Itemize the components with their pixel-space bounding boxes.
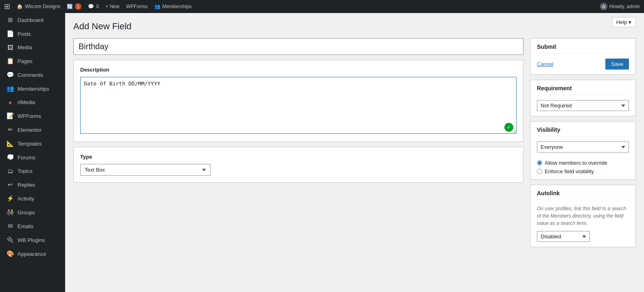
- memberships-admin-bar[interactable]: 👥 Memberships: [154, 4, 192, 9]
- posts-icon: 📄: [6, 30, 14, 37]
- description-box: Description Date Of Birth DD/MM/YYYY ✓: [73, 60, 524, 142]
- comments-icon: 💬: [88, 4, 94, 9]
- allow-override-radio[interactable]: Allow members to override: [537, 160, 629, 166]
- sidebar-label-memberships: Memberships: [18, 86, 49, 92]
- admin-avatar: A: [600, 3, 607, 10]
- autolink-box: Autolink On user profiles, link this fie…: [530, 185, 636, 247]
- sidebar-label-posts: Posts: [18, 31, 31, 37]
- memberships-nav-icon: 👥: [6, 85, 14, 92]
- sidebar-item-wpforms[interactable]: 📝 WPForms: [0, 109, 65, 123]
- description-textarea[interactable]: Date Of Birth DD/MM/YYYY: [80, 77, 517, 134]
- requirement-select[interactable]: Not Required Required: [537, 100, 629, 111]
- cancel-button[interactable]: Cancel: [537, 61, 553, 67]
- pages-icon: 📋: [6, 57, 14, 65]
- sidebar-label-pages: Pages: [18, 58, 33, 64]
- sidebar-item-replies[interactable]: ↩ Replies: [0, 178, 65, 192]
- admin-bar: ⊞ 🏠 Wbcom Designs 🔄 1 💬 0 + New WPForms …: [0, 0, 644, 13]
- sidebar-label-appearance: Appearance: [18, 251, 46, 257]
- type-box: Type Text Box Checkbox Radio Button Sele…: [73, 147, 524, 183]
- rtmedia-icon: ●: [6, 99, 14, 106]
- sidebar-label-comments: Comments: [18, 72, 43, 78]
- home-icon: 🏠: [17, 4, 23, 9]
- sidebar-item-comments[interactable]: 💬 Comments: [0, 68, 65, 82]
- autolink-description: On user profiles, link this field to a s…: [537, 205, 629, 227]
- main-column: Description Date Of Birth DD/MM/YYYY ✓ T…: [73, 38, 524, 183]
- comments-nav-icon: 💬: [6, 71, 14, 78]
- templates-icon: 📐: [6, 140, 14, 147]
- admin-bar-right: A Howdy, admin: [600, 3, 640, 10]
- allow-override-label: Allow members to override: [545, 160, 607, 166]
- save-button[interactable]: Save: [605, 59, 629, 70]
- content-area: Description Date Of Birth DD/MM/YYYY ✓ T…: [73, 38, 636, 247]
- sidebar-label-topics: Topics: [18, 168, 33, 174]
- dashboard-icon: ⊞: [6, 16, 14, 24]
- requirement-box: Requirement Not Required Required: [530, 80, 636, 116]
- sidebar-label-media: Media: [18, 44, 32, 50]
- requirement-title: Requirement: [537, 85, 629, 95]
- appearance-icon: 🎨: [6, 250, 14, 257]
- sidebar-item-templates[interactable]: 📐 Templates: [0, 137, 65, 150]
- sidebar-item-dashboard[interactable]: ⊞ Dashboard: [0, 13, 65, 27]
- sidebar-item-posts[interactable]: 📄 Posts: [0, 27, 65, 41]
- memberships-icon: 👥: [154, 4, 160, 9]
- sidebar-label-emails: Emails: [18, 223, 33, 229]
- topics-icon: 🗂: [6, 168, 14, 174]
- type-select[interactable]: Text Box Checkbox Radio Button Select Bo…: [80, 164, 210, 176]
- media-icon: 🖼: [6, 44, 14, 51]
- replies-icon: ↩: [6, 181, 14, 188]
- sidebar-item-groups[interactable]: 👫 Groups: [0, 205, 65, 219]
- updates-item[interactable]: 🔄 1: [67, 3, 81, 10]
- enforce-visibility-radio[interactable]: Enforce field visibility: [537, 168, 629, 174]
- sidebar-label-forums: Forums: [18, 155, 35, 161]
- enforce-visibility-label: Enforce field visibility: [545, 168, 594, 174]
- visibility-title: Visibility: [537, 126, 629, 137]
- submit-title: Submit: [537, 44, 629, 54]
- sidebar-label-elementor: Elementor: [18, 127, 42, 133]
- sidebar-item-emails[interactable]: ✉ Emails: [0, 219, 65, 233]
- sidebar-item-media[interactable]: 🖼 Media: [0, 41, 65, 54]
- allow-override-input[interactable]: [537, 160, 542, 166]
- site-name[interactable]: 🏠 Wbcom Designs: [17, 4, 60, 9]
- sidebar-label-activity: Activity: [18, 196, 34, 202]
- groups-icon: 👫: [6, 209, 14, 216]
- sidebar-item-memberships[interactable]: 👥 Memberships: [0, 82, 65, 96]
- wp-logo-icon[interactable]: ⊞: [4, 2, 10, 11]
- submit-box: Submit Cancel Save: [530, 38, 636, 75]
- sidebar-label-groups: Groups: [18, 209, 35, 216]
- sidebar-item-appearance[interactable]: 🎨 Appearance: [0, 247, 65, 261]
- wb-plugins-icon: 🔌: [6, 236, 14, 244]
- sidebar-item-activity[interactable]: ⚡ Activity: [0, 192, 65, 205]
- updates-icon: 🔄: [67, 4, 73, 9]
- sidebar-item-rtmedia[interactable]: ● rtMedia: [0, 96, 65, 109]
- autolink-select[interactable]: Disabled Enabled: [537, 231, 590, 242]
- sidebar: ⊞ Dashboard 📄 Posts 🖼 Media 📋 Pages 💬 Co…: [0, 13, 65, 292]
- sidebar-label-replies: Replies: [18, 182, 35, 188]
- sidebar-label-templates: Templates: [18, 141, 42, 147]
- wpforms-nav-icon: 📝: [6, 112, 14, 120]
- sidebar-label-rtmedia: rtMedia: [18, 99, 35, 105]
- wpforms-admin-bar[interactable]: WPForms: [126, 4, 147, 9]
- enforce-visibility-input[interactable]: [537, 169, 542, 174]
- admin-user[interactable]: A Howdy, admin: [600, 3, 640, 10]
- sidebar-label-dashboard: Dashboard: [18, 17, 44, 23]
- sidebar-item-forums[interactable]: 💭 Forums: [0, 150, 65, 164]
- sidebar-item-wb-plugins[interactable]: 🔌 WB Plugins: [0, 233, 65, 247]
- textarea-wrap: Date Of Birth DD/MM/YYYY ✓: [80, 77, 517, 135]
- sidebar-label-wb-plugins: WB Plugins: [18, 237, 45, 243]
- sidebar-item-pages[interactable]: 📋 Pages: [0, 54, 65, 68]
- sidebar-item-topics[interactable]: 🗂 Topics: [0, 164, 65, 178]
- main-content: Add New Field Description Date Of Birth …: [65, 13, 644, 292]
- field-name-input[interactable]: [73, 38, 524, 55]
- help-button[interactable]: Help ▾: [612, 17, 636, 27]
- visibility-radio-group: Allow members to override Enforce field …: [537, 160, 629, 174]
- forums-icon: 💭: [6, 154, 14, 161]
- type-label: Type: [80, 154, 517, 160]
- activity-icon: ⚡: [6, 195, 14, 202]
- emails-icon: ✉: [6, 222, 14, 230]
- new-item[interactable]: + New: [105, 4, 119, 9]
- sidebar-item-elementor[interactable]: ✏ Elementor: [0, 123, 65, 137]
- sidebar-label-wpforms: WPForms: [18, 113, 41, 119]
- description-label: Description: [80, 67, 517, 73]
- comments-item[interactable]: 💬 0: [88, 4, 99, 9]
- visibility-select[interactable]: Everyone Admins Only Members Only: [537, 142, 629, 153]
